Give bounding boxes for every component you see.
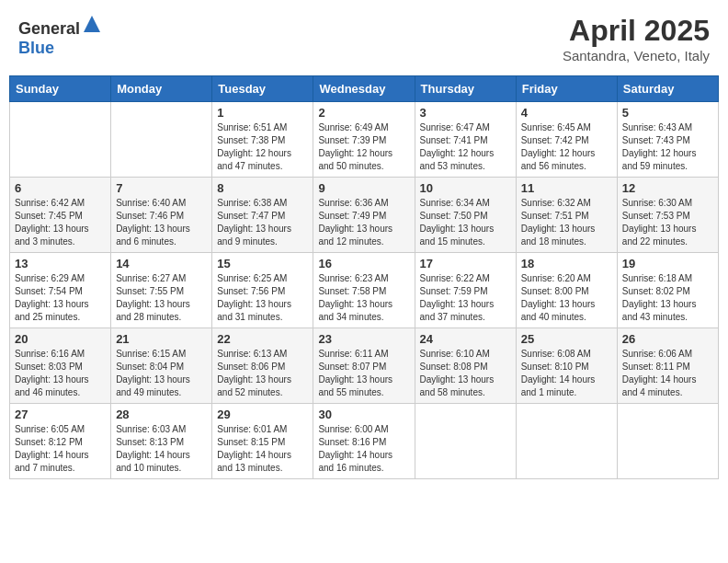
calendar-cell: 10Sunrise: 6:34 AM Sunset: 7:50 PM Dayli…: [415, 178, 516, 253]
day-info: Sunrise: 6:25 AM Sunset: 7:56 PM Dayligh…: [217, 272, 308, 324]
calendar-cell: 12Sunrise: 6:30 AM Sunset: 7:53 PM Dayli…: [617, 178, 718, 253]
day-info: Sunrise: 6:18 AM Sunset: 8:02 PM Dayligh…: [622, 272, 713, 324]
calendar-cell: 23Sunrise: 6:11 AM Sunset: 8:07 PM Dayli…: [313, 328, 415, 404]
calendar-cell: 8Sunrise: 6:38 AM Sunset: 7:47 PM Daylig…: [212, 178, 313, 253]
calendar-cell: [516, 404, 617, 479]
day-info: Sunrise: 6:06 AM Sunset: 8:11 PM Dayligh…: [622, 348, 713, 399]
calendar-cell: 9Sunrise: 6:36 AM Sunset: 7:49 PM Daylig…: [313, 178, 415, 253]
calendar-cell: 27Sunrise: 6:05 AM Sunset: 8:12 PM Dayli…: [10, 404, 111, 479]
day-number: 7: [116, 181, 207, 195]
calendar-cell: 19Sunrise: 6:18 AM Sunset: 8:02 PM Dayli…: [617, 253, 718, 328]
day-info: Sunrise: 6:45 AM Sunset: 7:42 PM Dayligh…: [521, 121, 612, 173]
calendar-cell: 20Sunrise: 6:16 AM Sunset: 8:03 PM Dayli…: [10, 328, 111, 404]
day-number: 1: [217, 106, 308, 120]
logo-text: General Blue: [18, 14, 102, 58]
week-row-3: 13Sunrise: 6:29 AM Sunset: 7:54 PM Dayli…: [10, 253, 719, 328]
day-info: Sunrise: 6:00 AM Sunset: 8:16 PM Dayligh…: [318, 423, 409, 475]
day-info: Sunrise: 6:22 AM Sunset: 7:59 PM Dayligh…: [420, 272, 511, 324]
calendar-cell: [10, 102, 111, 178]
day-info: Sunrise: 6:47 AM Sunset: 7:41 PM Dayligh…: [420, 121, 511, 173]
calendar-title: April 2025: [563, 14, 710, 48]
calendar-cell: 14Sunrise: 6:27 AM Sunset: 7:55 PM Dayli…: [111, 253, 212, 328]
calendar-cell: 15Sunrise: 6:25 AM Sunset: 7:56 PM Dayli…: [212, 253, 313, 328]
day-number: 18: [521, 257, 612, 270]
title-block: April 2025 Santandra, Veneto, Italy: [563, 14, 710, 63]
day-info: Sunrise: 6:36 AM Sunset: 7:49 PM Dayligh…: [318, 197, 409, 248]
calendar-cell: 16Sunrise: 6:23 AM Sunset: 7:58 PM Dayli…: [313, 253, 415, 328]
day-number: 25: [521, 332, 612, 346]
day-info: Sunrise: 6:49 AM Sunset: 7:39 PM Dayligh…: [318, 121, 409, 173]
day-number: 2: [318, 106, 409, 120]
day-number: 17: [420, 257, 511, 270]
day-info: Sunrise: 6:13 AM Sunset: 8:06 PM Dayligh…: [217, 348, 308, 399]
calendar-header-row: SundayMondayTuesdayWednesdayThursdayFrid…: [10, 76, 719, 102]
day-info: Sunrise: 6:34 AM Sunset: 7:50 PM Dayligh…: [420, 197, 511, 248]
day-number: 26: [622, 332, 713, 346]
svg-marker-0: [84, 16, 100, 32]
week-row-4: 20Sunrise: 6:16 AM Sunset: 8:03 PM Dayli…: [10, 328, 719, 404]
calendar-cell: 7Sunrise: 6:40 AM Sunset: 7:46 PM Daylig…: [111, 178, 212, 253]
day-number: 8: [217, 181, 308, 195]
day-number: 19: [622, 257, 713, 270]
day-info: Sunrise: 6:32 AM Sunset: 7:51 PM Dayligh…: [521, 197, 612, 248]
day-number: 27: [15, 408, 106, 421]
calendar-cell: 2Sunrise: 6:49 AM Sunset: 7:39 PM Daylig…: [313, 102, 415, 178]
day-number: 3: [420, 106, 511, 120]
day-info: Sunrise: 6:16 AM Sunset: 8:03 PM Dayligh…: [15, 348, 106, 399]
logo-icon: [82, 14, 102, 34]
day-info: Sunrise: 6:10 AM Sunset: 8:08 PM Dayligh…: [420, 348, 511, 399]
day-header-monday: Monday: [111, 76, 212, 102]
calendar-cell: 25Sunrise: 6:08 AM Sunset: 8:10 PM Dayli…: [516, 328, 617, 404]
week-row-5: 27Sunrise: 6:05 AM Sunset: 8:12 PM Dayli…: [10, 404, 719, 479]
day-info: Sunrise: 6:40 AM Sunset: 7:46 PM Dayligh…: [116, 197, 207, 248]
week-row-2: 6Sunrise: 6:42 AM Sunset: 7:45 PM Daylig…: [10, 178, 719, 253]
calendar-cell: 26Sunrise: 6:06 AM Sunset: 8:11 PM Dayli…: [617, 328, 718, 404]
day-info: Sunrise: 6:03 AM Sunset: 8:13 PM Dayligh…: [116, 423, 207, 475]
day-info: Sunrise: 6:29 AM Sunset: 7:54 PM Dayligh…: [15, 272, 106, 324]
day-header-wednesday: Wednesday: [313, 76, 415, 102]
day-header-thursday: Thursday: [415, 76, 516, 102]
logo-blue: Blue: [18, 39, 54, 57]
day-number: 28: [116, 408, 207, 421]
calendar-cell: 1Sunrise: 6:51 AM Sunset: 7:38 PM Daylig…: [212, 102, 313, 178]
day-number: 14: [116, 257, 207, 270]
day-number: 15: [217, 257, 308, 270]
calendar-cell: [111, 102, 212, 178]
day-number: 20: [15, 332, 106, 346]
day-info: Sunrise: 6:11 AM Sunset: 8:07 PM Dayligh…: [318, 348, 409, 399]
day-number: 23: [318, 332, 409, 346]
calendar-cell: 4Sunrise: 6:45 AM Sunset: 7:42 PM Daylig…: [516, 102, 617, 178]
calendar-cell: 21Sunrise: 6:15 AM Sunset: 8:04 PM Dayli…: [111, 328, 212, 404]
calendar-cell: 24Sunrise: 6:10 AM Sunset: 8:08 PM Dayli…: [415, 328, 516, 404]
calendar-cell: 11Sunrise: 6:32 AM Sunset: 7:51 PM Dayli…: [516, 178, 617, 253]
day-number: 21: [116, 332, 207, 346]
day-number: 22: [217, 332, 308, 346]
day-number: 9: [318, 181, 409, 195]
page-header: General Blue April 2025 Santandra, Venet…: [9, 9, 719, 68]
day-number: 6: [15, 181, 106, 195]
day-number: 29: [217, 408, 308, 421]
calendar-cell: 30Sunrise: 6:00 AM Sunset: 8:16 PM Dayli…: [313, 404, 415, 479]
week-row-1: 1Sunrise: 6:51 AM Sunset: 7:38 PM Daylig…: [10, 102, 719, 178]
day-info: Sunrise: 6:42 AM Sunset: 7:45 PM Dayligh…: [15, 197, 106, 248]
day-number: 12: [622, 181, 713, 195]
day-info: Sunrise: 6:08 AM Sunset: 8:10 PM Dayligh…: [521, 348, 612, 399]
calendar-cell: 17Sunrise: 6:22 AM Sunset: 7:59 PM Dayli…: [415, 253, 516, 328]
day-info: Sunrise: 6:15 AM Sunset: 8:04 PM Dayligh…: [116, 348, 207, 399]
day-number: 4: [521, 106, 612, 120]
calendar-cell: 22Sunrise: 6:13 AM Sunset: 8:06 PM Dayli…: [212, 328, 313, 404]
day-info: Sunrise: 6:23 AM Sunset: 7:58 PM Dayligh…: [318, 272, 409, 324]
calendar-table: SundayMondayTuesdayWednesdayThursdayFrid…: [9, 75, 719, 479]
day-info: Sunrise: 6:20 AM Sunset: 8:00 PM Dayligh…: [521, 272, 612, 324]
day-info: Sunrise: 6:43 AM Sunset: 7:43 PM Dayligh…: [622, 121, 713, 173]
calendar-cell: 3Sunrise: 6:47 AM Sunset: 7:41 PM Daylig…: [415, 102, 516, 178]
calendar-cell: 13Sunrise: 6:29 AM Sunset: 7:54 PM Dayli…: [10, 253, 111, 328]
day-number: 10: [420, 181, 511, 195]
calendar-cell: [617, 404, 718, 479]
logo-general: General: [18, 19, 80, 38]
day-number: 30: [318, 408, 409, 421]
calendar-subtitle: Santandra, Veneto, Italy: [563, 48, 710, 63]
calendar-cell: 18Sunrise: 6:20 AM Sunset: 8:00 PM Dayli…: [516, 253, 617, 328]
day-number: 24: [420, 332, 511, 346]
day-number: 11: [521, 181, 612, 195]
